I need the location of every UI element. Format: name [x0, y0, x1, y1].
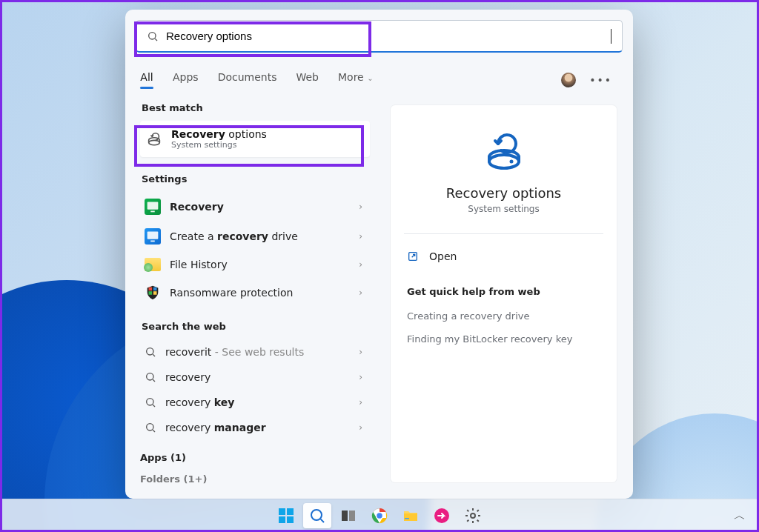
- web-result-label: recovery key: [165, 396, 234, 408]
- chevron-right-icon: ›: [359, 231, 362, 242]
- web-result-label: recovery: [165, 371, 211, 383]
- svg-rect-24: [279, 508, 285, 515]
- taskbar: ︿: [0, 499, 759, 532]
- svg-point-39: [471, 513, 475, 518]
- search-icon: [145, 371, 156, 383]
- more-options-button[interactable]: •••: [589, 74, 612, 86]
- web-result-1[interactable]: recovery ›: [140, 365, 370, 390]
- help-section-title: Get quick help from web: [407, 286, 600, 297]
- settings-result-3[interactable]: Ransomware protection ›: [140, 278, 370, 307]
- svg-point-19: [489, 155, 519, 168]
- web-result-label: recovery manager: [165, 422, 266, 433]
- search-icon: [147, 30, 159, 42]
- search-input[interactable]: [166, 30, 603, 42]
- settings-result-2[interactable]: File History ›: [140, 251, 370, 278]
- section-web: Search the web: [142, 321, 370, 332]
- chevron-right-icon: ›: [359, 372, 362, 382]
- svg-rect-10: [153, 287, 157, 291]
- section-folders[interactable]: Folders (1+): [140, 473, 370, 485]
- best-match-title: Recovery options: [171, 128, 267, 140]
- tab-more[interactable]: More ⌄: [338, 71, 374, 89]
- section-settings: Settings: [142, 173, 370, 184]
- section-best-match: Best match: [142, 102, 370, 113]
- task-view-button[interactable]: [334, 503, 362, 528]
- svg-rect-37: [405, 518, 409, 519]
- preview-title: Recovery options: [446, 185, 561, 201]
- svg-rect-4: [150, 211, 155, 213]
- svg-point-22: [509, 160, 513, 164]
- app-pink-button[interactable]: [428, 503, 456, 528]
- chevron-right-icon: ›: [359, 347, 362, 357]
- settings-result-label: Create a recovery drive: [170, 230, 298, 242]
- open-icon: [407, 250, 419, 262]
- svg-rect-8: [153, 291, 157, 295]
- tray-chevron-up-icon[interactable]: ︿: [734, 508, 746, 524]
- settings-result-1[interactable]: Create a recovery drive ›: [140, 222, 370, 251]
- svg-rect-31: [349, 511, 355, 521]
- svg-rect-5: [148, 232, 159, 239]
- section-apps[interactable]: Apps (1): [140, 452, 370, 463]
- chevron-right-icon: ›: [359, 422, 362, 433]
- tab-web[interactable]: Web: [296, 71, 319, 89]
- svg-line-14: [153, 379, 155, 382]
- chevron-right-icon: ›: [359, 287, 362, 298]
- svg-line-16: [153, 405, 155, 407]
- open-label: Open: [429, 250, 457, 262]
- chevron-down-icon: ⌄: [367, 74, 373, 82]
- svg-point-17: [147, 424, 153, 430]
- user-avatar[interactable]: [561, 73, 576, 87]
- chevron-right-icon: ›: [359, 397, 362, 408]
- svg-rect-7: [149, 291, 153, 295]
- svg-point-2: [149, 140, 160, 144]
- start-button[interactable]: [272, 503, 300, 528]
- divider: [404, 233, 603, 234]
- text-cursor: [611, 29, 611, 44]
- web-result-2[interactable]: recovery key ›: [140, 390, 370, 415]
- settings-button[interactable]: [459, 503, 487, 528]
- tab-apps[interactable]: Apps: [173, 71, 199, 89]
- search-icon: [145, 396, 156, 408]
- web-result-0[interactable]: recoverit - See web results ›: [140, 339, 370, 365]
- settings-result-label: Recovery: [170, 201, 224, 213]
- preview-pane: Recovery options System settings Open Ge…: [391, 105, 617, 482]
- svg-line-12: [153, 354, 155, 356]
- result-best-match[interactable]: Recovery options System settings: [140, 121, 370, 157]
- web-result-3[interactable]: recovery manager ›: [140, 415, 370, 440]
- svg-rect-36: [404, 513, 417, 521]
- chevron-right-icon: ›: [359, 259, 362, 270]
- svg-rect-9: [149, 287, 153, 291]
- preview-subtitle: System settings: [468, 204, 539, 214]
- tab-documents[interactable]: Documents: [218, 71, 277, 89]
- settings-result-label: Ransomware protection: [170, 287, 293, 299]
- best-match-subtitle: System settings: [171, 140, 267, 150]
- svg-line-18: [153, 430, 155, 432]
- svg-point-13: [147, 373, 153, 380]
- help-link-1[interactable]: Finding my BitLocker recovery key: [407, 333, 600, 345]
- search-icon: [145, 422, 156, 433]
- tab-all[interactable]: All: [140, 71, 153, 89]
- svg-point-11: [147, 348, 153, 355]
- chevron-right-icon: ›: [359, 202, 362, 212]
- file-explorer-button[interactable]: [397, 503, 425, 528]
- search-icon: [145, 346, 156, 358]
- svg-rect-30: [342, 511, 348, 521]
- help-link-0[interactable]: Creating a recovery drive: [407, 310, 600, 322]
- web-result-label: recoverit - See web results: [165, 346, 304, 358]
- chrome-button[interactable]: [365, 503, 394, 528]
- svg-line-29: [321, 519, 324, 522]
- search-taskbar-button[interactable]: [303, 503, 331, 528]
- svg-rect-3: [148, 202, 159, 210]
- open-button[interactable]: Open: [407, 247, 600, 265]
- svg-rect-6: [150, 241, 155, 242]
- settings-result-0[interactable]: Recovery ›: [140, 192, 370, 222]
- svg-rect-26: [279, 516, 285, 523]
- svg-rect-27: [287, 516, 294, 523]
- svg-point-28: [311, 510, 322, 520]
- svg-point-15: [147, 399, 153, 405]
- search-bar[interactable]: [136, 20, 623, 53]
- recovery-large-icon: [480, 127, 528, 175]
- svg-line-1: [155, 39, 157, 41]
- settings-result-label: File History: [170, 259, 228, 270]
- start-search-window: All Apps Documents Web More ⌄ ••• Best m…: [125, 10, 633, 499]
- svg-rect-25: [287, 508, 294, 515]
